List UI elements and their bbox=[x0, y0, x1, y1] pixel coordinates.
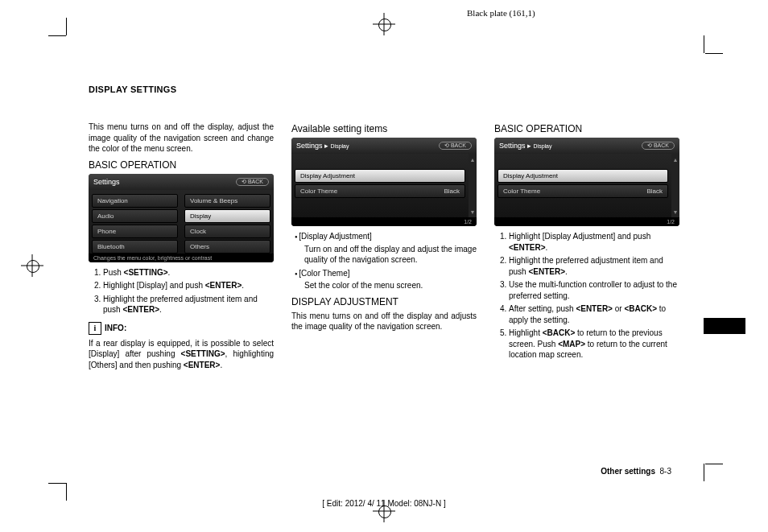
menu-row: Volume & Beeps bbox=[184, 194, 270, 208]
crop-mark bbox=[48, 483, 66, 484]
menu-row-selected: Display Adjustment bbox=[498, 169, 668, 183]
column-2: Available setting items Settings ▸ Displ… bbox=[291, 118, 477, 373]
menu-row: Bluetooth bbox=[92, 240, 178, 254]
subheading-basic-op: BASIC OPERATION bbox=[89, 159, 274, 171]
scrollbar: ▲▼ bbox=[469, 154, 477, 218]
black-tab bbox=[704, 318, 745, 334]
menu-row: Color ThemeBlack bbox=[498, 184, 668, 198]
screen-footer: Changes the menu color, brightness or co… bbox=[93, 255, 212, 261]
info-label: INFO: bbox=[105, 324, 126, 332]
column-1: This menu turns on and off the display, … bbox=[89, 118, 274, 373]
screenshot-display: Settings ▸ Display ⟲ BACK Display Adjust… bbox=[291, 138, 477, 226]
step: Highlight [Display Adjustment] and push … bbox=[509, 231, 679, 253]
subheading-adjustment: DISPLAY ADJUSTMENT bbox=[291, 296, 477, 307]
info-text: If a rear display is equipped, it is pos… bbox=[89, 338, 274, 371]
crop-mark bbox=[704, 464, 704, 481]
step: Highlight the preferred adjustment item … bbox=[103, 294, 274, 315]
info-icon: i bbox=[89, 322, 101, 335]
menu-row: Clock bbox=[184, 225, 270, 238]
menu-row: Others bbox=[184, 240, 270, 254]
bullet-list: [Display Adjustment]Turn on and off the … bbox=[291, 231, 477, 291]
subheading-basic-op: BASIC OPERATION bbox=[494, 123, 679, 134]
edit-stamp: [ Edit: 2012/ 4/ 11 Model: 08NJ-N ] bbox=[0, 499, 768, 508]
back-button: ⟲ BACK bbox=[642, 142, 675, 150]
registration-mark bbox=[24, 258, 40, 274]
menu-row: Phone bbox=[92, 225, 178, 238]
step: Highlight <BACK> to return to the previo… bbox=[509, 328, 679, 361]
step: Use the multi-function controller to adj… bbox=[509, 279, 679, 301]
crop-mark bbox=[705, 464, 723, 464]
back-button: ⟲ BACK bbox=[439, 142, 472, 150]
body-text: This menu turns on and off the display a… bbox=[291, 311, 477, 332]
step: Highlight [Display] and push <ENTER>. bbox=[103, 280, 274, 291]
column-3: BASIC OPERATION Settings ▸ Display ⟲ BAC… bbox=[494, 118, 679, 373]
page-footer: Other settings 8-3 bbox=[601, 467, 671, 476]
menu-row-selected: Display Adjustment bbox=[295, 169, 465, 183]
steps-list: Push <SETTING>. Highlight [Display] and … bbox=[89, 267, 274, 315]
step: After setting, push <ENTER> or <BACK> to… bbox=[509, 303, 679, 325]
bullet: [Display Adjustment]Turn on and off the … bbox=[295, 231, 477, 266]
screen-title: Settings ▸ Display bbox=[296, 142, 349, 150]
screen-page: 1/2 bbox=[464, 219, 472, 225]
info-header: i INFO: bbox=[89, 322, 274, 335]
screen-page: 1/2 bbox=[667, 219, 675, 225]
back-button: ⟲ BACK bbox=[236, 178, 269, 186]
registration-mark bbox=[376, 16, 392, 32]
bullet: [Color Theme]Set the color of the menu s… bbox=[295, 268, 477, 291]
screenshot-settings: Settings ⟲ BACK Navigation Audio Phone B… bbox=[89, 174, 274, 262]
section-heading: DISPLAY SETTINGS bbox=[89, 85, 679, 94]
menu-row-selected: Display bbox=[184, 209, 270, 223]
crop-mark bbox=[704, 35, 704, 53]
menu-row: Audio bbox=[92, 209, 178, 223]
screenshot-display: Settings ▸ Display ⟲ BACK Display Adjust… bbox=[494, 138, 679, 226]
crop-mark bbox=[48, 35, 66, 36]
plate-label: Black plate (161,1) bbox=[467, 8, 535, 18]
subheading-available: Available setting items bbox=[291, 123, 477, 134]
step: Highlight the preferred adjustment item … bbox=[509, 255, 679, 277]
scrollbar: ▲▼ bbox=[671, 154, 679, 218]
crop-mark bbox=[66, 18, 67, 35]
step: Push <SETTING>. bbox=[103, 267, 274, 278]
crop-mark bbox=[66, 483, 67, 501]
menu-row: Color ThemeBlack bbox=[295, 184, 465, 198]
screen-title: Settings ▸ Display bbox=[499, 142, 552, 150]
steps-list: Highlight [Display Adjustment] and push … bbox=[494, 231, 679, 361]
crop-mark bbox=[705, 53, 723, 54]
screen-title: Settings bbox=[93, 178, 120, 186]
intro-text: This menu turns on and off the display, … bbox=[89, 122, 274, 155]
menu-row: Navigation bbox=[92, 194, 178, 208]
